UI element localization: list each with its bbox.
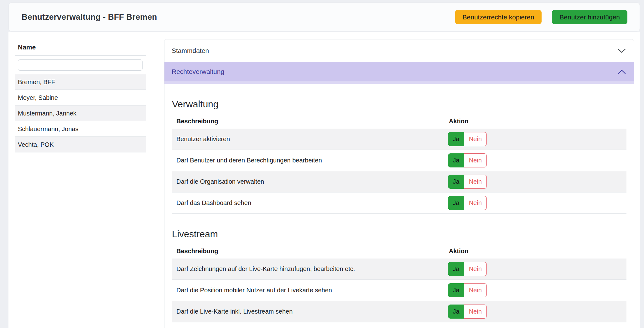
permission-rows: Darf Zeichnungen auf der Live-Karte hinz… [172, 259, 626, 322]
permission-no-button[interactable]: Nein [464, 132, 487, 146]
accordion: Stammdaten Rechteverwaltung Verwaltung B… [164, 39, 634, 328]
permission-description: Darf Benutzer und deren Berechtigungen b… [172, 157, 448, 164]
accordion-label: Stammdaten [172, 47, 209, 54]
permission-action-cell: Ja Nein [448, 175, 626, 189]
permission-row: Darf Zeichnungen auf der Live-Karte hinz… [172, 259, 626, 280]
permission-row: Benutzer aktivieren Ja Nein [172, 129, 626, 150]
yes-no-toggle: Ja Nein [448, 196, 487, 210]
permission-group: Livestream Beschreibung Aktion Darf Zeic… [172, 229, 626, 322]
rights-management-body: Verwaltung Beschreibung Aktion Benutzer … [164, 99, 634, 328]
page-title: Benutzerverwaltung - BFF Bremen [22, 12, 157, 22]
permission-row: Darf Benutzer und deren Berechtigungen b… [172, 150, 626, 171]
user-filter-input[interactable] [18, 59, 143, 71]
permission-action-cell: Ja Nein [448, 153, 626, 167]
permission-description: Darf die Position mobiler Nutzer auf der… [172, 287, 448, 294]
description-column-header: Beschreibung [172, 248, 448, 259]
permission-yes-button[interactable]: Ja [448, 283, 464, 297]
permission-description: Benutzer aktivieren [172, 136, 448, 143]
permission-table-header: Beschreibung Aktion [172, 118, 626, 129]
permission-description: Darf das Dashboard sehen [172, 199, 448, 207]
permission-row: Darf das Dashboard sehen Ja Nein [172, 192, 626, 214]
permission-yes-button[interactable]: Ja [448, 196, 464, 210]
user-list-item[interactable]: Vechta, POK [15, 137, 146, 152]
chevron-down-icon [618, 49, 626, 53]
accordion-label: Rechteverwaltung [172, 68, 224, 75]
action-column-header: Aktion [448, 118, 626, 129]
chevron-up-icon [618, 69, 626, 74]
permission-yes-button[interactable]: Ja [448, 132, 464, 146]
permission-no-button[interactable]: Nein [464, 196, 487, 210]
permission-yes-button[interactable]: Ja [448, 153, 464, 167]
action-column-header: Aktion [448, 248, 626, 259]
permission-group: Verwaltung Beschreibung Aktion Benutzer … [172, 99, 626, 214]
permission-no-button[interactable]: Nein [464, 305, 487, 319]
permission-rows: Benutzer aktivieren Ja Nein Darf Benutze… [172, 129, 626, 214]
permission-group-title: Livestream [172, 229, 626, 239]
permission-action-cell: Ja Nein [448, 305, 626, 319]
name-column-header: Name [15, 44, 146, 51]
permission-yes-button[interactable]: Ja [448, 175, 464, 189]
yes-no-toggle: Ja Nein [448, 283, 487, 297]
permission-action-cell: Ja Nein [448, 283, 626, 297]
accordion-header-stammdaten[interactable]: Stammdaten [164, 39, 634, 62]
user-list: Bremen, BFFMeyer, SabineMustermann, Jann… [15, 74, 146, 152]
yes-no-toggle: Ja Nein [448, 175, 487, 189]
user-list-item[interactable]: Mustermann, Jannek [15, 105, 146, 121]
permission-description: Darf Zeichnungen auf der Live-Karte hinz… [172, 265, 448, 273]
permission-action-cell: Ja Nein [448, 262, 626, 276]
permission-yes-button[interactable]: Ja [448, 262, 464, 276]
permission-row: Darf die Organisation verwalten Ja Nein [172, 171, 626, 192]
header-card: Benutzerverwaltung - BFF Bremen Benutzer… [8, 3, 640, 32]
description-column-header: Beschreibung [172, 118, 448, 129]
permission-group-title: Verwaltung [172, 99, 626, 110]
accordion-header-rechteverwaltung[interactable]: Rechteverwaltung [164, 62, 634, 84]
content-panel: Name Bremen, BFFMeyer, SabineMustermann,… [8, 32, 640, 328]
copy-user-rights-button[interactable]: Benutzerrechte kopieren [455, 10, 542, 24]
permission-yes-button[interactable]: Ja [448, 305, 464, 319]
permission-action-cell: Ja Nein [448, 132, 626, 146]
permission-description: Darf die Live-Karte inkl. Livestream seh… [172, 308, 448, 315]
yes-no-toggle: Ja Nein [448, 262, 487, 276]
permission-no-button[interactable]: Nein [464, 283, 487, 297]
yes-no-toggle: Ja Nein [448, 153, 487, 167]
add-user-button[interactable]: Benutzer hinzufügen [552, 10, 627, 24]
permission-no-button[interactable]: Nein [464, 175, 487, 189]
yes-no-toggle: Ja Nein [448, 305, 487, 319]
permission-description: Darf die Organisation verwalten [172, 178, 448, 185]
user-list-item[interactable]: Bremen, BFF [15, 74, 146, 90]
permission-action-cell: Ja Nein [448, 196, 626, 210]
user-list-item[interactable]: Schlauermann, Jonas [15, 121, 146, 137]
permission-row: Darf die Live-Karte inkl. Livestream seh… [172, 301, 626, 322]
main-area: Stammdaten Rechteverwaltung Verwaltung B… [151, 32, 640, 328]
header-actions: Benutzerrechte kopieren Benutzer hinzufü… [455, 10, 627, 24]
yes-no-toggle: Ja Nein [448, 132, 487, 146]
permission-no-button[interactable]: Nein [464, 153, 487, 167]
user-sidebar: Name Bremen, BFFMeyer, SabineMustermann,… [8, 32, 151, 328]
user-list-item[interactable]: Meyer, Sabine [15, 90, 146, 105]
sidebar-divider [15, 55, 146, 56]
permission-row: Darf die Position mobiler Nutzer auf der… [172, 280, 626, 301]
permission-no-button[interactable]: Nein [464, 262, 487, 276]
permission-table-header: Beschreibung Aktion [172, 248, 626, 259]
